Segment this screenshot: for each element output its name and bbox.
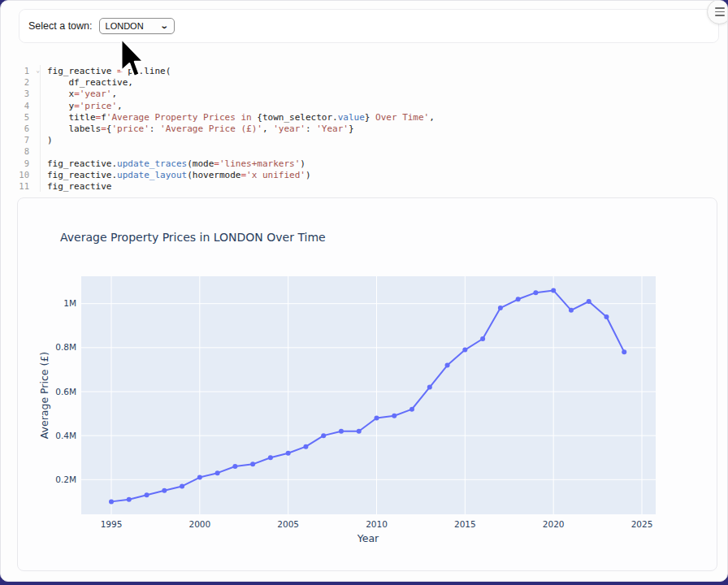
data-point bbox=[250, 462, 255, 466]
data-point bbox=[516, 297, 521, 301]
line-number: 9 bbox=[11, 158, 32, 169]
line-number: 10 bbox=[11, 169, 32, 180]
code-line: 10fig_reactive.update_layout(hovermode='… bbox=[11, 169, 710, 180]
code-text: fig_reactive = px.line( bbox=[41, 66, 171, 77]
notebook-panel: Select a town: LONDON ⌄ 1⌄fig_reactive =… bbox=[0, 0, 728, 582]
code-line: 1⌄fig_reactive = px.line( bbox=[11, 65, 710, 76]
chevron-down-icon: ⌄ bbox=[160, 22, 169, 30]
code-text: df_reactive, bbox=[41, 77, 133, 89]
data-point bbox=[480, 336, 485, 341]
x-tick-label: 2000 bbox=[188, 519, 210, 529]
y-tick-label: 0.8M bbox=[55, 342, 76, 352]
y-tick-label: 0.2M bbox=[55, 474, 76, 484]
code-text: fig_reactive bbox=[41, 181, 111, 193]
code-text: y='price', bbox=[41, 101, 123, 112]
code-text: ) bbox=[41, 135, 53, 146]
data-point bbox=[604, 314, 609, 319]
line-number: 5 bbox=[11, 111, 32, 123]
code-line: 6 labels={'price': 'Average Price (£)', … bbox=[11, 123, 710, 134]
data-point bbox=[109, 499, 114, 504]
data-point bbox=[232, 464, 237, 469]
line-number: 6 bbox=[11, 123, 32, 134]
code-line: 4 y='price', bbox=[11, 100, 710, 111]
code-line: 2 df_reactive, bbox=[11, 76, 710, 88]
data-point bbox=[339, 429, 344, 434]
x-tick-label: 1995 bbox=[101, 519, 123, 529]
data-point bbox=[197, 475, 202, 480]
x-tick-label: 2020 bbox=[543, 519, 565, 529]
data-point bbox=[145, 492, 150, 497]
line-number: 11 bbox=[11, 180, 32, 192]
y-axis-title: Average Price (£) bbox=[38, 335, 50, 457]
y-tick-label: 0.6M bbox=[55, 387, 76, 396]
data-point bbox=[410, 407, 414, 412]
data-point bbox=[622, 349, 626, 354]
town-select-value: LONDON bbox=[106, 21, 144, 31]
town-selector-label: Select a town: bbox=[28, 20, 93, 32]
line-number: 4 bbox=[11, 100, 32, 111]
data-point bbox=[303, 444, 308, 449]
code-editor[interactable]: 1⌄fig_reactive = px.line(2 df_reactive,3… bbox=[11, 65, 710, 192]
code-line: 5 title=f'Average Property Prices in {to… bbox=[11, 111, 710, 123]
fold-caret-icon[interactable]: ⌄ bbox=[36, 65, 40, 76]
x-tick-label: 2005 bbox=[277, 519, 299, 529]
data-point bbox=[533, 290, 538, 295]
data-point bbox=[268, 455, 273, 460]
data-point bbox=[127, 497, 132, 502]
line-number: 1⌄ bbox=[11, 65, 32, 76]
data-point bbox=[375, 415, 379, 420]
line-number: 3 bbox=[11, 88, 32, 99]
data-point bbox=[180, 483, 184, 488]
y-tick-label: 1M bbox=[63, 298, 76, 308]
code-line: 11fig_reactive bbox=[11, 180, 710, 192]
x-tick-label: 2010 bbox=[366, 519, 388, 529]
code-text: labels={'price': 'Average Price (£)', 'y… bbox=[41, 124, 354, 135]
code-line: 7) bbox=[11, 134, 710, 145]
price-line-chart[interactable]: 19952000200520102015202020250.2M0.4M0.6M… bbox=[18, 198, 717, 570]
data-point bbox=[587, 299, 592, 304]
data-point bbox=[162, 488, 167, 493]
chart-output-cell: Average Property Prices in LONDON Over T… bbox=[17, 197, 717, 571]
data-point bbox=[498, 306, 503, 310]
data-point bbox=[392, 414, 396, 418]
code-line: 8 bbox=[11, 145, 710, 157]
data-point bbox=[321, 433, 326, 438]
data-point bbox=[357, 429, 362, 434]
notebook-menu-button[interactable] bbox=[707, 0, 728, 24]
data-point bbox=[427, 385, 432, 390]
data-point bbox=[445, 363, 450, 368]
data-point bbox=[569, 308, 574, 313]
y-tick-label: 0.4M bbox=[55, 431, 76, 440]
hamburger-icon bbox=[715, 7, 725, 9]
x-tick-label: 2025 bbox=[631, 519, 653, 529]
code-text: title=f'Average Property Prices in {town… bbox=[41, 112, 435, 124]
x-axis-title: Year bbox=[287, 532, 449, 544]
data-point bbox=[215, 470, 220, 475]
data-point bbox=[286, 451, 291, 456]
code-text: fig_reactive.update_layout(hovermode='x … bbox=[41, 170, 311, 181]
code-line: 3 x='year', bbox=[11, 88, 710, 99]
code-text: fig_reactive.update_traces(mode='lines+m… bbox=[41, 158, 306, 170]
code-line: 9fig_reactive.update_traces(mode='lines+… bbox=[11, 158, 710, 169]
mouse-cursor-icon bbox=[120, 37, 145, 81]
code-text: x='year', bbox=[41, 89, 117, 100]
x-tick-label: 2015 bbox=[454, 519, 476, 529]
line-number: 2 bbox=[11, 76, 32, 88]
line-number: 8 bbox=[11, 145, 32, 157]
town-select[interactable]: LONDON ⌄ bbox=[99, 18, 175, 34]
line-number: 7 bbox=[11, 134, 32, 145]
data-point bbox=[551, 288, 556, 292]
data-point bbox=[462, 348, 467, 353]
